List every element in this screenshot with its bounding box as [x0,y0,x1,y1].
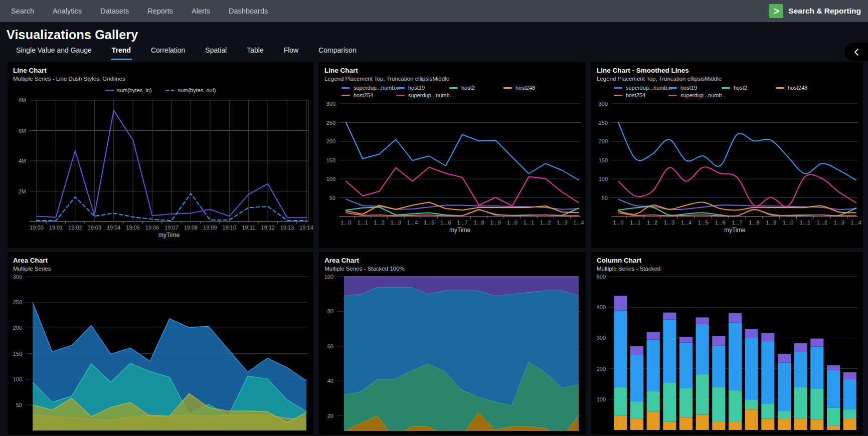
svg-text:myTime: myTime [449,227,471,234]
svg-text:200: 200 [326,138,335,144]
tab-single-value-and-gauge[interactable]: Single Value and Gauge [15,46,93,60]
svg-text:19:09: 19:09 [203,225,217,231]
svg-text:1...3: 1...3 [557,220,567,226]
legend-label: sum(bytes_in) [117,87,152,93]
tab-spatial[interactable]: Spatial [204,46,228,60]
legend-item[interactable]: host248 [503,85,586,91]
svg-text:1...8: 1...8 [473,220,484,226]
dashboard-grid: Line Chart Multiple Series - Line Dash S… [0,60,868,434]
svg-text:1...9: 1...9 [490,220,501,226]
nav-item-alerts[interactable]: Alerts [192,7,210,15]
svg-text:1...1: 1...1 [630,220,640,226]
svg-text:1...1: 1...1 [524,220,534,226]
stacked-area-chart-canvas[interactable]: 20406080100 [319,272,586,431]
line-chart-canvas[interactable]: 2M4M6M8M19:0019:0119:0219:0319:0419:0519… [8,94,313,240]
svg-text:50: 50 [602,195,608,201]
tab-flow[interactable]: Flow [283,46,300,60]
svg-text:19:07: 19:07 [164,225,179,231]
svg-text:1...2: 1...2 [540,220,551,226]
svg-text:200: 200 [13,325,22,331]
legend-label: host248 [515,85,535,91]
legend-swatch [396,87,405,89]
legend-item[interactable]: host254 [614,92,668,98]
svg-text:40: 40 [327,378,333,384]
svg-text:100: 100 [599,176,608,182]
legend-item[interactable]: host248 [776,85,863,91]
page-title: Visualizations Gallery [7,28,868,42]
legend-label: superdup...numb... [626,85,672,91]
panel-subtitle: Multiple Series - Line Dash Styles, Grid… [13,76,307,82]
svg-text:19:10: 19:10 [223,225,237,231]
panel-title: Column Chart [597,257,857,264]
svg-text:150: 150 [599,157,608,163]
nav-item-dashboards[interactable]: Dashboards [229,7,268,15]
legend-label: superdup...numb... [354,85,400,91]
tab-comparison[interactable]: Comparison [317,46,357,60]
svg-text:20: 20 [327,413,333,419]
svg-text:1...3: 1...3 [391,220,401,226]
svg-text:1...3: 1...3 [664,220,674,226]
svg-text:1...3: 1...3 [833,220,844,226]
legend-item[interactable]: host19 [396,85,449,91]
svg-text:1...1: 1...1 [357,220,368,226]
svg-text:300: 300 [326,101,335,107]
legend-item[interactable]: superdup...numb... [396,92,449,98]
svg-text:300: 300 [13,274,22,280]
panel-area-chart: Area Chart Multiple Series 5010015020025… [8,252,313,434]
legend-item[interactable]: host2 [722,85,776,91]
legend-swatch [341,95,350,96]
legend-item[interactable]: sum(bytes_in) [105,86,152,94]
svg-text:1...1: 1...1 [800,220,810,226]
svg-text:200: 200 [599,138,608,144]
svg-text:2M: 2M [19,188,26,194]
page-header: Visualizations Gallery Single Value and … [0,22,868,60]
svg-text:100: 100 [13,376,22,382]
svg-text:1...0: 1...0 [507,220,517,226]
legend-swatch [449,87,458,89]
svg-text:19:01: 19:01 [49,225,63,231]
legend-swatch [105,90,114,91]
svg-text:1...0: 1...0 [783,220,793,226]
svg-text:4M: 4M [19,158,26,164]
svg-text:1...5: 1...5 [698,220,709,226]
svg-text:50: 50 [329,195,335,201]
nav-item-search[interactable]: Search [11,7,34,15]
svg-text:1...2: 1...2 [817,220,827,226]
nav-item-reports[interactable]: Reports [147,7,173,15]
panel-column-chart-stacked: Column Chart Multiple Series - Stacked 1… [591,252,863,434]
tab-trend[interactable]: Trend [111,46,132,60]
legend-swatch [614,87,622,89]
svg-text:19:13: 19:13 [280,225,294,231]
area-chart-canvas[interactable]: 50100150200250300 [8,272,313,431]
legend-swatch [503,87,512,89]
svg-text:60: 60 [327,343,333,349]
line-chart-canvas[interactable]: 501001502002503001...01...11...21...31..… [319,98,586,235]
collapse-panel-button[interactable] [844,43,868,61]
legend-swatch [722,87,730,89]
legend-item[interactable]: host19 [668,85,722,91]
legend-item[interactable]: superdup...numb... [614,85,668,91]
svg-text:1...2: 1...2 [647,220,657,226]
svg-text:19:05: 19:05 [126,225,140,231]
legend-swatch [614,95,622,96]
tab-table[interactable]: Table [246,46,264,60]
splunk-app-icon: > [769,4,783,18]
svg-text:100: 100 [324,274,333,280]
svg-text:100: 100 [326,176,335,182]
nav-item-analytics[interactable]: Analytics [53,7,82,15]
stacked-column-chart-canvas[interactable]: 100200300400500 [591,272,863,431]
app-brand[interactable]: > Search & Reporting [769,4,868,18]
panel-subtitle: Legend Placement Top, Truncation ellipsi… [597,76,857,82]
panel-line-chart-legend-top: Line Chart Legend Placement Top, Truncat… [319,62,586,248]
legend-item[interactable]: host254 [341,92,396,98]
nav-item-datasets[interactable]: Datasets [100,7,129,15]
panel-area-chart-stacked100: Area Chart Multiple Series - Stacked 100… [319,252,586,434]
legend-item[interactable]: superdup...numb... [341,85,396,91]
svg-text:300: 300 [597,335,606,341]
smoothed-line-chart-canvas[interactable]: 501001502002503001...01...11...21...31..… [591,98,863,235]
legend-item[interactable]: host2 [449,85,503,91]
tab-correlation[interactable]: Correlation [150,46,186,60]
legend-label: host2 [734,85,747,91]
legend-item[interactable]: superdup...numb... [668,92,722,98]
legend-item[interactable]: sum(bytes_out) [166,86,216,94]
